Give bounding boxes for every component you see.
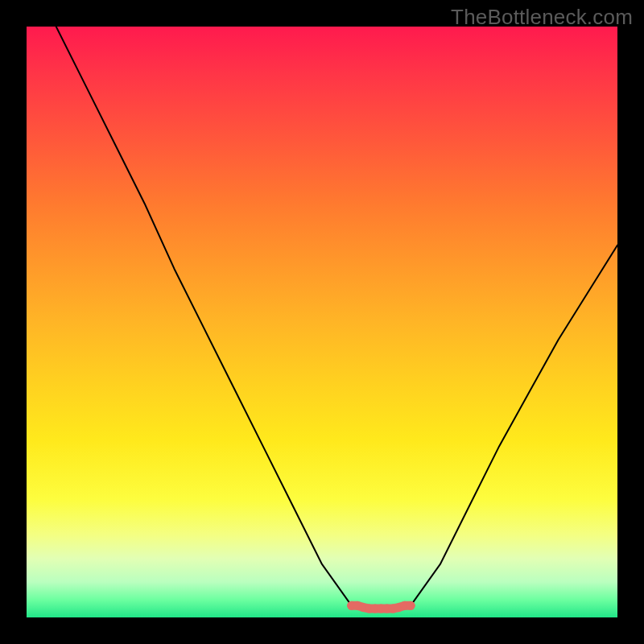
bottom-marker-dot <box>407 601 415 610</box>
bottleneck-curve <box>56 27 617 609</box>
plot-area <box>27 27 617 617</box>
watermark-text: TheBottleneck.com <box>451 5 633 30</box>
chart-frame: TheBottleneck.com <box>0 0 644 644</box>
curve-layer <box>27 27 617 617</box>
